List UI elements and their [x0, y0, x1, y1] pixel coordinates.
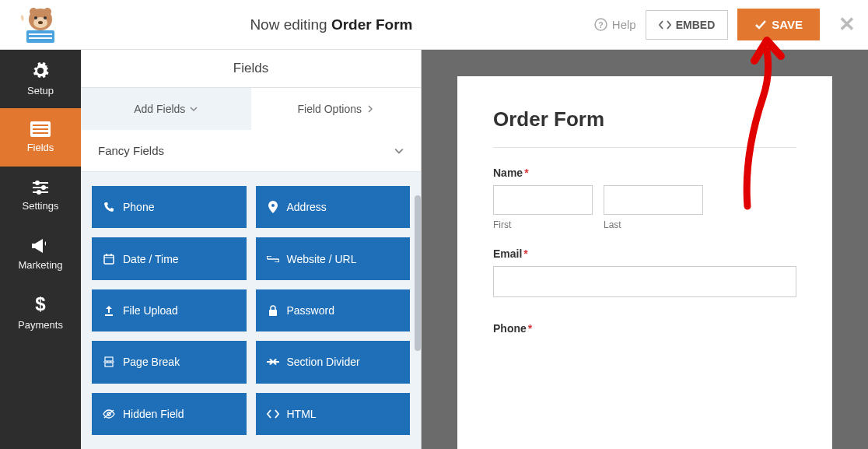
- embed-label: EMBED: [676, 19, 716, 31]
- close-button[interactable]: ✕: [838, 12, 856, 37]
- svg-point-21: [37, 191, 40, 194]
- svg-point-19: [42, 186, 45, 189]
- first-name-input[interactable]: [493, 185, 593, 215]
- form-icon: [30, 121, 51, 137]
- phone-icon: [103, 202, 115, 212]
- svg-rect-14: [33, 128, 48, 130]
- field-button-page-break[interactable]: Page Break: [92, 341, 247, 383]
- field-button-website[interactable]: Website / URL: [256, 237, 411, 279]
- sidebar-item-label: Settings: [23, 200, 59, 212]
- name-row: First Last: [493, 185, 796, 230]
- code-icon: [659, 20, 671, 30]
- tab-label: Add Fields: [134, 103, 185, 115]
- field-label: Phone: [123, 201, 154, 213]
- group-header-fancy-fields[interactable]: Fancy Fields: [81, 130, 421, 172]
- svg-rect-7: [26, 30, 54, 43]
- sidebar-item-settings[interactable]: Settings: [0, 167, 81, 225]
- chevron-right-icon: [366, 105, 374, 113]
- field-label: Website / URL: [287, 253, 357, 265]
- tab-field-options[interactable]: Field Options: [251, 88, 422, 130]
- dollar-icon: $: [34, 294, 47, 314]
- svg-rect-15: [33, 132, 48, 134]
- gear-icon: [31, 61, 50, 80]
- required-asterisk: *: [523, 247, 527, 260]
- svg-point-2: [44, 8, 51, 16]
- phone-label-text: Phone: [493, 322, 527, 335]
- svg-point-6: [38, 21, 43, 24]
- header-bar: Now editing Order Form ? Help EMBED SAVE…: [0, 0, 868, 50]
- tab-label: Field Options: [298, 103, 362, 115]
- body-layout: Setup Fields Settings Marketing $ Paymen…: [0, 50, 868, 449]
- sidebar-item-marketing[interactable]: Marketing: [0, 225, 81, 283]
- svg-point-1: [30, 8, 37, 16]
- field-grid: Phone Address Date / Time Website / URL …: [81, 172, 421, 449]
- field-label: Hidden Field: [123, 408, 184, 420]
- name-label-text: Name: [493, 167, 523, 179]
- title-prefix: Now editing: [250, 16, 331, 33]
- panel-header: Fields: [81, 50, 421, 88]
- pin-icon: [267, 201, 279, 213]
- form-name: Order Form: [331, 16, 413, 33]
- logo: [12, 5, 68, 45]
- email-input[interactable]: [493, 266, 796, 297]
- phone-field-block: Phone*: [493, 322, 796, 335]
- field-button-password[interactable]: Password: [256, 289, 411, 331]
- required-asterisk: *: [524, 167, 528, 179]
- embed-button[interactable]: EMBED: [646, 10, 729, 40]
- svg-rect-13: [33, 125, 48, 126]
- megaphone-icon: [30, 237, 51, 254]
- page-title: Now editing Order Form: [68, 16, 594, 33]
- help-label: Help: [612, 18, 636, 31]
- svg-rect-29: [105, 363, 113, 367]
- divider-icon: [267, 359, 279, 365]
- preview-wrap: Order Form Name* First Last Email*: [422, 50, 868, 449]
- field-button-phone[interactable]: Phone: [92, 186, 247, 228]
- sidebar-item-setup[interactable]: Setup: [0, 50, 81, 108]
- field-button-file-upload[interactable]: File Upload: [92, 289, 247, 331]
- check-icon: [754, 19, 767, 30]
- chevron-down-icon: [190, 105, 198, 113]
- first-sublabel: First: [493, 219, 593, 230]
- form-preview: Order Form Name* First Last Email*: [457, 76, 832, 449]
- title-divider: [493, 147, 796, 148]
- field-button-section-divider[interactable]: Section Divider: [256, 341, 411, 383]
- fields-panel: Fields Add Fields Field Options Fancy Fi…: [81, 50, 422, 449]
- chevron-down-icon: [394, 146, 404, 156]
- code-icon: [267, 409, 279, 419]
- field-label: Page Break: [123, 356, 180, 368]
- svg-point-4: [34, 16, 37, 19]
- panel-tabs: Add Fields Field Options: [81, 88, 421, 130]
- field-button-hidden-field[interactable]: Hidden Field: [92, 393, 247, 435]
- name-field-block: Name* First Last: [493, 167, 796, 230]
- tab-add-fields[interactable]: Add Fields: [81, 88, 251, 130]
- form-title: Order Form: [493, 107, 796, 132]
- first-name-column: First: [493, 185, 593, 230]
- field-label: Section Divider: [287, 356, 360, 368]
- svg-rect-9: [29, 37, 52, 39]
- last-sublabel: Last: [604, 219, 703, 230]
- last-name-input[interactable]: [604, 185, 703, 215]
- sidebar-item-label: Fields: [27, 142, 54, 153]
- svg-rect-8: [29, 33, 52, 35]
- save-button[interactable]: SAVE: [737, 9, 820, 40]
- scrollbar-thumb[interactable]: [415, 195, 421, 351]
- svg-text:?: ?: [598, 20, 603, 30]
- upload-icon: [103, 305, 115, 316]
- link-icon: [267, 256, 279, 262]
- help-link[interactable]: ? Help: [594, 18, 636, 31]
- svg-point-5: [44, 16, 47, 19]
- sidebar-item-payments[interactable]: $ Payments: [0, 283, 81, 342]
- field-button-address[interactable]: Address: [256, 186, 411, 228]
- lock-icon: [267, 305, 279, 316]
- phone-label: Phone*: [493, 322, 796, 335]
- field-button-html[interactable]: HTML: [256, 393, 411, 435]
- svg-rect-23: [104, 255, 114, 264]
- field-label: Date / Time: [123, 253, 179, 265]
- svg-text:$: $: [35, 294, 46, 314]
- sidebar-item-label: Marketing: [18, 259, 62, 271]
- email-label-text: Email: [493, 247, 522, 260]
- svg-rect-28: [105, 357, 113, 361]
- field-button-datetime[interactable]: Date / Time: [92, 237, 247, 279]
- sidebar-item-fields[interactable]: Fields: [0, 108, 81, 167]
- svg-rect-27: [269, 310, 277, 316]
